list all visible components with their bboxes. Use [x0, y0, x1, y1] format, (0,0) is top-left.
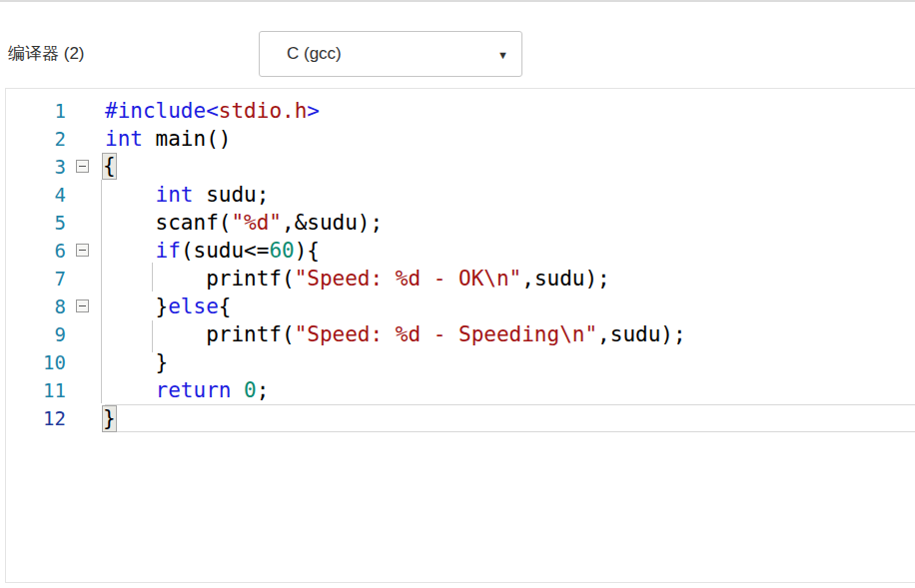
code-editor[interactable]: 1#include<stdio.h>2int main()3{4 int sud… — [5, 88, 915, 583]
fold-guide-line — [101, 180, 102, 403]
code-text[interactable]: return 0; — [105, 376, 915, 404]
code-lines: 1#include<stdio.h>2int main()3{4 int sud… — [6, 97, 915, 432]
code-token — [231, 378, 244, 402]
code-token: "Speed: %d - Speeding\n" — [295, 322, 597, 346]
line-number: 10 — [6, 348, 66, 376]
fold-gutter — [66, 181, 105, 209]
code-line[interactable]: 8 }else{ — [6, 293, 915, 320]
code-token — [105, 378, 156, 402]
code-line[interactable]: 5 scanf("%d",&sudu); — [6, 209, 915, 237]
minus-icon — [79, 250, 86, 251]
code-token: ,&sudu); — [282, 211, 383, 235]
fold-toggle-icon[interactable] — [76, 299, 89, 312]
fold-gutter — [66, 237, 105, 265]
fold-guide-line — [152, 320, 153, 352]
fold-guide-line — [152, 263, 153, 292]
code-token: sudu; — [194, 183, 270, 207]
line-number: 5 — [6, 209, 66, 237]
code-token: "%d" — [231, 211, 282, 235]
code-token: "Speed: %d - OK\n" — [295, 267, 522, 291]
line-number: 2 — [6, 125, 66, 153]
code-text[interactable]: if(sudu<=60){ — [105, 237, 915, 265]
fold-gutter — [66, 97, 105, 125]
code-text[interactable]: scanf("%d",&sudu); — [105, 209, 915, 237]
code-token — [105, 239, 156, 263]
line-number: 7 — [6, 265, 66, 293]
code-token: { — [219, 294, 232, 318]
code-line[interactable]: 3{ — [6, 153, 915, 181]
line-number: 3 — [6, 153, 66, 181]
code-line[interactable]: 10 } — [6, 348, 915, 376]
code-text[interactable]: printf("Speed: %d - Speeding\n",sudu); — [105, 320, 915, 348]
code-token: main() — [143, 127, 232, 151]
code-token: #include — [105, 99, 206, 123]
fold-gutter — [66, 320, 105, 348]
top-divider — [0, 0, 915, 2]
code-token: else — [168, 294, 219, 318]
code-line[interactable]: 7 printf("Speed: %d - OK\n",sudu); — [6, 265, 915, 293]
code-line[interactable]: 11 return 0; — [6, 376, 915, 404]
code-token: < — [206, 99, 219, 123]
compiler-select-value: C (gcc) — [287, 44, 342, 64]
compiler-label: 编译器 (2) — [8, 42, 85, 65]
code-text[interactable]: int main() — [105, 125, 915, 153]
code-text[interactable]: int sudu; — [105, 181, 915, 209]
fold-gutter — [66, 125, 105, 153]
code-text[interactable]: #include<stdio.h> — [105, 97, 915, 125]
compiler-select[interactable]: C (gcc) ▼ — [259, 31, 522, 77]
fold-gutter — [66, 404, 105, 432]
fold-gutter — [66, 209, 105, 237]
code-token: ,sudu); — [597, 322, 686, 346]
minus-icon — [79, 305, 86, 306]
code-text[interactable]: } — [105, 348, 915, 376]
code-token — [105, 183, 156, 207]
fold-gutter — [66, 153, 105, 181]
code-line[interactable]: 2int main() — [6, 125, 915, 153]
code-token: ,sudu); — [521, 267, 610, 291]
line-number: 6 — [6, 237, 66, 265]
code-text[interactable]: { — [105, 153, 915, 181]
code-line[interactable]: 9 printf("Speed: %d - Speeding\n",sudu); — [6, 320, 915, 348]
code-text[interactable]: }else{ — [105, 293, 915, 320]
minus-icon — [79, 166, 86, 167]
code-text[interactable]: printf("Speed: %d - OK\n",sudu); — [105, 265, 915, 293]
code-token: int — [156, 183, 194, 207]
code-line[interactable]: 4 int sudu; — [6, 181, 915, 209]
line-number: 8 — [6, 293, 66, 320]
code-token: 0 — [244, 378, 257, 402]
fold-gutter — [66, 376, 105, 404]
code-token: (sudu<= — [181, 239, 270, 263]
code-token: stdio.h — [219, 99, 308, 123]
code-token: } — [105, 350, 168, 374]
line-number: 12 — [6, 404, 66, 432]
fold-gutter — [66, 348, 105, 376]
fold-toggle-icon[interactable] — [76, 160, 89, 173]
code-token: > — [307, 99, 320, 123]
fold-gutter — [66, 265, 105, 293]
fold-gutter — [66, 293, 105, 320]
line-number: 11 — [6, 376, 66, 404]
code-line[interactable]: 1#include<stdio.h> — [6, 97, 915, 125]
line-number: 9 — [6, 320, 66, 348]
code-token: return — [156, 378, 232, 402]
code-line[interactable]: 12} — [6, 404, 915, 432]
code-token: scanf( — [105, 211, 231, 235]
fold-toggle-icon[interactable] — [76, 244, 89, 257]
code-text[interactable]: } — [105, 404, 915, 432]
code-token: ; — [257, 378, 270, 402]
code-token: } — [105, 294, 168, 318]
code-token: int — [105, 127, 143, 151]
line-number: 4 — [6, 181, 66, 209]
code-token: ){ — [295, 239, 320, 263]
code-line[interactable]: 6 if(sudu<=60){ — [6, 237, 915, 265]
code-token: if — [156, 239, 181, 263]
dropdown-arrow-icon: ▼ — [497, 49, 508, 61]
code-token: printf( — [105, 322, 295, 346]
code-token: printf( — [105, 267, 295, 291]
code-token: 60 — [269, 239, 294, 263]
line-number: 1 — [6, 97, 66, 125]
